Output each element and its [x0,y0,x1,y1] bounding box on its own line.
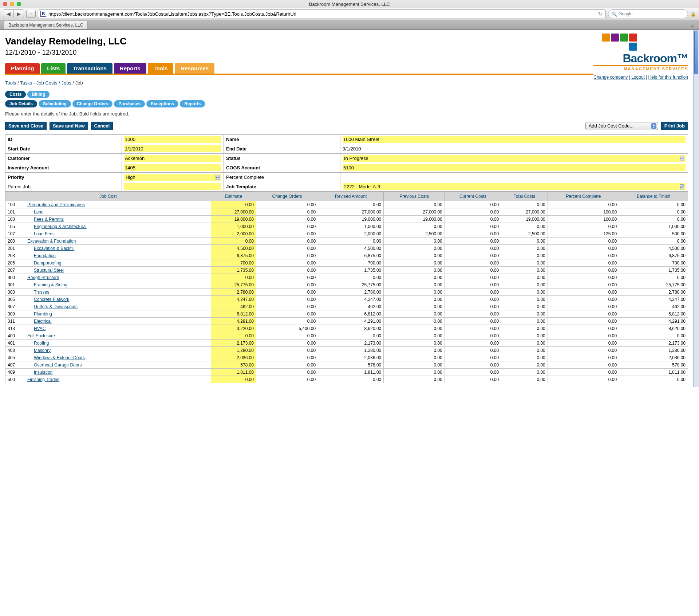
subtab-purchases[interactable]: Purchases [114,100,145,107]
row-percent: 0.00 [548,347,619,354]
row-desc[interactable]: Concrete Flatwork [19,296,211,303]
help-link[interactable]: Help for this function [648,75,688,80]
row-desc[interactable]: Full Enclosure [19,332,211,340]
browser-search[interactable]: 🔍 [608,9,688,18]
browser-tab[interactable]: Backroom Management Services, LLC [4,21,88,29]
row-previous: 0.00 [384,340,445,347]
job-template-select[interactable]: 2222 - Model A-3▲▼ [343,183,686,190]
row-desc[interactable]: Plumbing [19,310,211,318]
change-company-link[interactable]: Change company [593,75,628,80]
tab-lists[interactable]: Lists [41,63,66,74]
crumb-tasks[interactable]: Tasks - Job Costs [20,80,58,86]
tab-planning[interactable]: Planning [5,63,40,74]
subtab-reports[interactable]: Reports [180,100,205,107]
save-new-button[interactable]: Save and New [50,122,88,130]
row-estimate[interactable]: 0.00 [211,238,256,245]
row-estimate[interactable]: 700.00 [211,259,256,267]
nav-back-button[interactable]: ◀ [3,10,13,18]
row-estimate[interactable]: 0.00 [211,274,256,281]
subtab-costs[interactable]: Costs [5,91,26,98]
row-estimate[interactable]: 25,775.00 [211,281,256,289]
print-job-button[interactable]: Print Job [661,122,688,130]
row-estimate[interactable]: 19,000.00 [211,216,256,223]
row-desc[interactable]: Trusses [19,289,211,296]
subtab-exceptions[interactable]: Exceptions [146,100,178,107]
tab-reports[interactable]: Reports [114,63,146,74]
row-desc[interactable]: Engineering & Architectural [19,223,211,230]
row-code: 300 [5,274,19,281]
row-desc[interactable]: Preparation and Preliminaries [19,201,211,208]
row-estimate[interactable]: 2,000.00 [211,230,256,238]
row-desc[interactable]: Land [19,208,211,216]
row-desc[interactable]: Electrical [19,318,211,325]
status-select[interactable]: In Progress▲▼ [343,155,686,162]
row-estimate[interactable]: 2,173.00 [211,340,256,347]
search-input[interactable] [619,11,685,16]
row-desc[interactable]: Fees & Permits [19,216,211,223]
cancel-button[interactable]: Cancel [91,122,113,130]
row-estimate[interactable]: 0.00 [211,332,256,340]
vertical-scrollbar[interactable] [693,30,699,387]
row-estimate[interactable]: 4,291.00 [211,318,256,325]
row-estimate[interactable]: 1,280.00 [211,347,256,354]
tab-resources[interactable]: Resources [175,63,214,74]
id-field[interactable] [124,136,221,143]
subtab-jobdetails[interactable]: Job Details [5,100,37,107]
parent-job-field[interactable] [124,183,221,190]
subtab-scheduling[interactable]: Scheduling [39,100,71,107]
row-estimate[interactable]: 4,247.00 [211,296,256,303]
row-desc[interactable]: Loan Fees [19,230,211,238]
row-desc[interactable]: Rough Structure [19,274,211,281]
row-estimate[interactable]: 0.00 [211,376,256,383]
row-desc[interactable]: Foundation [19,252,211,259]
url-input[interactable] [48,11,595,17]
crumb-tools[interactable]: Tools [5,80,16,86]
tab-tools[interactable]: Tools [148,63,174,74]
customer-field[interactable] [124,155,221,162]
inventory-field[interactable] [124,164,221,171]
row-estimate[interactable]: 27,000.00 [211,208,256,216]
row-estimate[interactable]: 1,811.00 [211,369,256,376]
row-desc[interactable]: Insulation [19,369,211,376]
row-desc[interactable]: Roofing [19,340,211,347]
cogs-field[interactable] [343,164,686,171]
row-desc[interactable]: HVAC [19,325,211,332]
row-estimate[interactable]: 2,780.00 [211,289,256,296]
start-date-field[interactable] [124,145,221,152]
row-estimate[interactable]: 4,500.00 [211,245,256,252]
row-desc[interactable]: Dampproofing [19,259,211,267]
row-estimate[interactable]: 3,220.00 [211,325,256,332]
row-desc[interactable]: Structural Steel [19,267,211,274]
row-desc[interactable]: Overhead Garage Doors [19,361,211,369]
scrollbar-thumb[interactable] [694,31,698,74]
row-desc[interactable]: Framing & Siding [19,281,211,289]
url-bar[interactable]: B ↻ [38,9,606,18]
logout-link[interactable]: Logout [631,75,645,80]
row-desc[interactable]: Excavation & Foundation [19,238,211,245]
row-desc[interactable]: Masonry [19,347,211,354]
row-desc[interactable]: Finishing Trades [19,376,211,383]
reload-button[interactable]: ↻ [597,11,603,17]
new-tab-button[interactable]: ＋ [689,21,695,30]
row-estimate[interactable]: 578.00 [211,361,256,369]
row-desc[interactable]: Windows & Exterior Doors [19,354,211,361]
subtab-billing[interactable]: Billing [27,91,50,98]
row-estimate[interactable]: 1,000.00 [211,223,256,230]
add-bookmark-button[interactable]: ＋ [26,10,36,18]
row-estimate[interactable]: 0.00 [211,201,256,208]
row-estimate[interactable]: 2,036.00 [211,354,256,361]
row-desc[interactable]: Excavation & Backfill [19,245,211,252]
nav-forward-button[interactable]: ▶ [13,10,24,18]
row-estimate[interactable]: 6,875.00 [211,252,256,259]
tab-transactions[interactable]: Transactions [67,63,112,74]
save-close-button[interactable]: Save and Close [5,122,47,130]
row-estimate[interactable]: 6,812.00 [211,310,256,318]
row-estimate[interactable]: 462.00 [211,303,256,310]
add-job-cost-code-dropdown[interactable]: Add Job Cost Code... ▲▼ [585,122,658,130]
subtab-changeorders[interactable]: Change Orders [72,100,113,107]
priority-select[interactable]: High▲▼ [124,174,221,181]
crumb-jobs[interactable]: Jobs [61,80,71,86]
row-desc[interactable]: Gutters & Downspouts [19,303,211,310]
row-estimate[interactable]: 1,735.00 [211,267,256,274]
name-field[interactable] [343,136,686,143]
